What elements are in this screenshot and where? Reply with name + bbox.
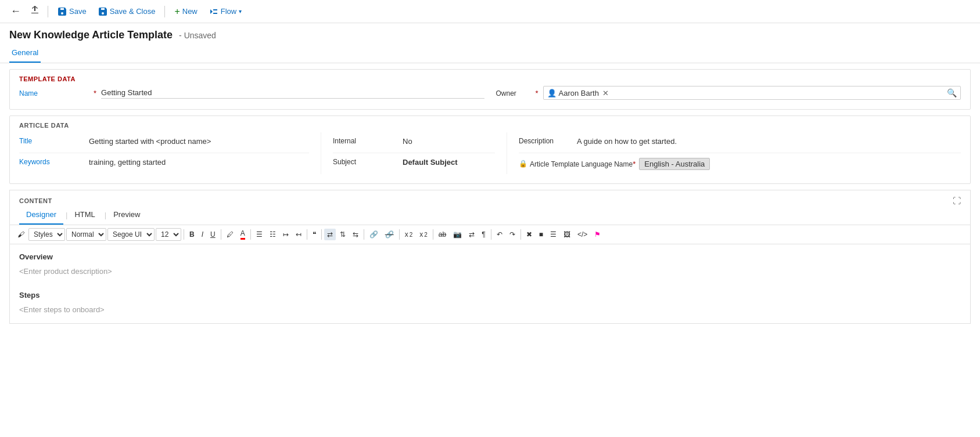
content-section-header: CONTENT [19, 197, 52, 204]
back-button[interactable]: ← [7, 4, 24, 19]
template-data-section: TEMPLATE DATA Name * Getting Started Own… [9, 69, 971, 110]
name-field-group: Name * Getting Started [19, 87, 484, 99]
tab-html[interactable]: HTML [67, 205, 102, 225]
toolbar-sep-2 [221, 229, 221, 240]
tab-preview[interactable]: Preview [106, 205, 147, 225]
overview-placeholder: <Enter product description> [19, 266, 961, 278]
undo-button[interactable]: ↶ [494, 229, 505, 240]
image-button[interactable]: 📷 [450, 229, 465, 240]
overview-heading: Overview [19, 251, 961, 263]
save-close-icon [98, 7, 107, 16]
owner-person-icon: 👤 [547, 89, 557, 97]
subscript-button[interactable]: x2 [417, 229, 430, 240]
keywords-value[interactable]: training, getting started [89, 157, 309, 167]
keywords-field-row: Keywords training, getting started [19, 153, 309, 174]
article-col1: Title Getting started with <product name… [19, 132, 321, 174]
steps-placeholder: <Enter steps to onboard> [19, 304, 961, 316]
tab-general[interactable]: General [9, 44, 41, 63]
title-value[interactable]: Getting started with <product name> [89, 136, 309, 146]
flow-label: Flow [221, 7, 236, 16]
subject-value[interactable]: Default Subject [403, 157, 495, 167]
lock-icon: 🔒 [519, 160, 527, 168]
ordered-list-button[interactable]: ☷ [267, 229, 279, 240]
bold-button[interactable]: B [186, 229, 198, 240]
article-data-row1: Title Getting started with <product name… [19, 132, 961, 174]
owner-clear-button[interactable]: ✕ [602, 89, 609, 97]
strike-button[interactable]: ab [436, 229, 449, 240]
description-label: Description [519, 136, 577, 145]
underline-button[interactable]: U [207, 229, 218, 240]
unlink-button[interactable]: 🔗 [382, 229, 397, 240]
share-icon [30, 6, 40, 15]
save-close-label: Save & Close [110, 7, 156, 16]
expand-icon[interactable]: ⛶ [953, 196, 961, 205]
toolbar-sep-7 [399, 229, 400, 240]
name-required: * [94, 89, 96, 97]
content-tabs: Designer | HTML | Preview [10, 205, 970, 225]
save-label: Save [69, 7, 87, 16]
toolbar-sep-1 [184, 229, 184, 240]
highlight-button[interactable]: 🖊 [224, 229, 236, 240]
paintbrush-button[interactable]: 🖌 [15, 229, 27, 240]
superscript-button[interactable]: x2 [402, 229, 416, 240]
redo-button[interactable]: ↷ [507, 229, 518, 240]
paragraph-button[interactable]: ¶ [479, 229, 488, 240]
styles-select[interactable]: Styles [28, 228, 65, 241]
unordered-list-button[interactable]: ☰ [253, 229, 265, 240]
new-button[interactable]: + New [170, 4, 202, 19]
increase-indent-button[interactable]: ↦ [280, 229, 292, 240]
language-value[interactable]: English - Australia [639, 158, 710, 170]
content-header-row: CONTENT ⛶ [10, 190, 970, 205]
editor-content[interactable]: Overview <Enter product description> Ste… [10, 244, 970, 323]
font-color-button[interactable]: A [238, 227, 248, 241]
editor-toolbar: 🖌 Styles Normal Segoe UI 12 B I U 🖊 A ☰ … [10, 225, 970, 244]
font-select[interactable]: Segoe UI [107, 228, 155, 241]
flow-icon [209, 7, 218, 16]
list-style-button[interactable]: ☰ [547, 229, 559, 240]
flag-button[interactable]: ⚑ [591, 229, 604, 240]
language-field-row: 🔒 Article Template Language Name * Engli… [519, 153, 961, 174]
toolbar-sep-10 [520, 229, 521, 240]
internal-label: Internal [333, 136, 403, 145]
owner-field-group: Owner * 👤 Aaron Barth ✕ 🔍 [484, 86, 961, 100]
internal-value[interactable]: No [403, 136, 495, 146]
html-source-button[interactable]: </> [575, 229, 590, 240]
save-icon [58, 7, 67, 16]
align-right-button[interactable]: ⇆ [350, 229, 361, 240]
size-select[interactable]: 12 [156, 228, 181, 241]
flow-button[interactable]: Flow ▾ [204, 5, 246, 19]
table-button[interactable]: ■ [536, 229, 546, 240]
save-close-button[interactable]: Save & Close [94, 5, 160, 19]
article-data-section: ARTICLE DATA Title Getting started with … [9, 115, 971, 184]
article-data-body: Title Getting started with <product name… [10, 132, 970, 183]
toolbar-sep-6 [364, 229, 364, 240]
align-center-button[interactable]: ⇅ [337, 229, 349, 240]
decrease-indent-button[interactable]: ↤ [293, 229, 304, 240]
main-toolbar: ← Save Save & Close + New Flow ▾ [0, 0, 980, 23]
clear-format-button[interactable]: ✖ [523, 229, 535, 240]
rtl-button[interactable]: ⇄ [466, 229, 478, 240]
name-label: Name [19, 88, 89, 97]
new-icon: + [174, 6, 180, 17]
tab-designer[interactable]: Designer [19, 205, 63, 225]
article-col2: Internal No Subject Default Subject [321, 132, 507, 174]
quote-button[interactable]: ❝ [310, 229, 319, 240]
template-data-body: Name * Getting Started Owner * 👤 Aaron B… [10, 86, 970, 109]
owner-input[interactable]: 👤 Aaron Barth ✕ 🔍 [543, 86, 961, 100]
insert-image-button[interactable]: 🖼 [561, 229, 573, 240]
toolbar-sep-9 [491, 229, 491, 240]
language-label: Article Template Language Name [530, 159, 633, 168]
owner-search-icon[interactable]: 🔍 [947, 88, 957, 97]
steps-heading: Steps [19, 290, 961, 302]
save-button[interactable]: Save [53, 5, 91, 19]
italic-button[interactable]: I [199, 229, 206, 240]
keywords-label: Keywords [19, 157, 89, 166]
toolbar-sep-4 [307, 229, 307, 240]
align-left-button[interactable]: ⇄ [324, 229, 336, 240]
link-button[interactable]: 🔗 [367, 229, 381, 240]
share-button[interactable] [27, 5, 43, 19]
description-value[interactable]: A guide on how to get started. [577, 136, 961, 146]
page-title-bar: New Knowledge Article Template - Unsaved [0, 23, 980, 44]
name-value[interactable]: Getting Started [101, 87, 484, 99]
normal-select[interactable]: Normal [66, 228, 106, 241]
